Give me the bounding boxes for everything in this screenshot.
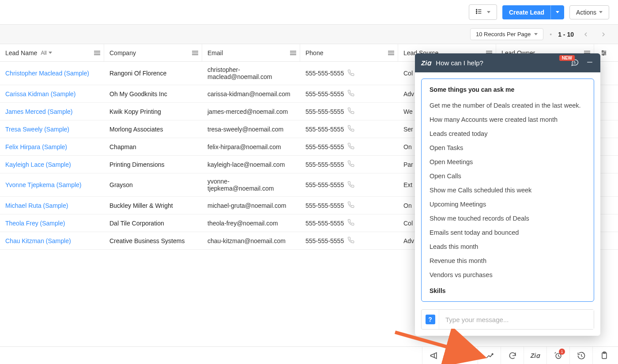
- phone-icon[interactable]: [347, 201, 354, 210]
- zia-suggestion-item[interactable]: Show me touched records of Deals: [430, 211, 586, 225]
- zia-suggestion-item[interactable]: Show me Calls scheduled this week: [430, 183, 586, 197]
- phone-icon[interactable]: [347, 69, 354, 78]
- th-phone[interactable]: Phone: [300, 44, 398, 61]
- lead-name-link[interactable]: James Merced (Sample): [5, 108, 73, 115]
- phone-icon[interactable]: [347, 181, 354, 189]
- hamburger-icon: [94, 51, 100, 55]
- cell-email: michael-gruta@noemail.com: [202, 197, 300, 214]
- email-link[interactable]: chau-kitzman@noemail.com: [207, 237, 286, 244]
- zia-suggestion-item[interactable]: Leads created today: [430, 127, 586, 141]
- phone-text: 555-555-5555: [305, 202, 344, 209]
- th-lead-name-menu[interactable]: [94, 49, 100, 56]
- cell-email: tresa-sweely@noemail.com: [202, 120, 300, 138]
- lead-name-link[interactable]: Kayleigh Lace (Sample): [5, 161, 71, 168]
- lead-name-link[interactable]: Tresa Sweely (Sample): [5, 126, 69, 133]
- svg-point-11: [603, 54, 604, 55]
- zia-message-input[interactable]: [439, 310, 594, 329]
- create-lead-more-button[interactable]: [551, 5, 564, 19]
- clipboard-icon: [600, 351, 609, 360]
- announcements-button[interactable]: [422, 347, 445, 364]
- phone-icon[interactable]: [347, 107, 354, 116]
- lead-name-link[interactable]: Michael Ruta (Sample): [5, 202, 68, 209]
- cell-phone: 555-555-5555: [300, 156, 398, 173]
- cell-phone: 555-555-5555: [300, 138, 398, 155]
- lead-name-link[interactable]: Felix Hirpara (Sample): [5, 143, 67, 150]
- cell-lead-name: Felix Hirpara (Sample): [0, 138, 104, 155]
- sliders-icon: [600, 49, 607, 56]
- email-link[interactable]: james-merced@noemail.com: [207, 108, 288, 115]
- zia-shortcut-button[interactable]: Ziɑ: [524, 347, 546, 364]
- phone-icon[interactable]: [347, 125, 354, 133]
- phone-icon[interactable]: [347, 90, 354, 98]
- zia-suggestion-item[interactable]: Emails sent today and bounced: [430, 225, 586, 240]
- zia-suggestion-item[interactable]: How many Accounts were created last mont…: [430, 113, 586, 127]
- th-company-menu[interactable]: [192, 49, 198, 56]
- records-per-page-select[interactable]: 10 Records Per Page: [470, 28, 543, 40]
- email-link[interactable]: michael-gruta@noemail.com: [207, 202, 286, 209]
- email-link[interactable]: tresa-sweely@noemail.com: [207, 126, 283, 133]
- page-range-label: 1 - 10: [558, 31, 574, 38]
- svg-point-10: [604, 52, 606, 53]
- history-button[interactable]: [569, 347, 592, 364]
- lead-name-link[interactable]: Carissa Kidman (Sample): [5, 90, 76, 98]
- actions-button[interactable]: Actions: [569, 5, 609, 19]
- lead-name-link[interactable]: Yvonne Tjepkema (Sample): [5, 181, 82, 188]
- svg-point-9: [602, 50, 603, 52]
- chevron-down-icon: [556, 11, 559, 13]
- chevron-down-icon: [599, 11, 603, 13]
- zia-logo-icon: Ziɑ: [531, 352, 540, 359]
- zia-minimize-button[interactable]: [585, 58, 594, 68]
- clipboard-button[interactable]: [592, 347, 615, 364]
- zia-suggestion-item[interactable]: Leads this month: [430, 240, 586, 254]
- zia-suggestion-item[interactable]: Get me the number of Deals created in th…: [430, 98, 586, 113]
- email-link[interactable]: kayleigh-lace@noemail.com: [207, 161, 285, 168]
- cell-email: carissa-kidman@noemail.com: [202, 85, 300, 102]
- email-link[interactable]: theola-frey@noemail.com: [207, 220, 278, 227]
- cell-phone: 555-555-5555: [300, 62, 398, 85]
- create-lead-split-button: Create Lead: [502, 5, 564, 19]
- th-lead-name[interactable]: Lead Name All: [0, 44, 104, 61]
- next-page-button[interactable]: [598, 29, 609, 40]
- th-company[interactable]: Company: [104, 44, 202, 61]
- email-link[interactable]: carissa-kidman@noemail.com: [207, 90, 290, 98]
- hamburger-icon: [290, 51, 296, 55]
- th-email-menu[interactable]: [290, 49, 296, 56]
- analytics-button[interactable]: [478, 347, 501, 364]
- lead-name-link[interactable]: Theola Frey (Sample): [5, 220, 65, 227]
- phone-icon[interactable]: [347, 160, 354, 169]
- lead-name-link[interactable]: Christopher Maclead (Sample): [5, 70, 89, 77]
- reminders-button[interactable]: 1: [546, 347, 569, 364]
- phone-text: 555-555-5555: [305, 237, 344, 244]
- zia-suggestion-item[interactable]: Vendors vs purchases: [430, 268, 586, 282]
- zia-suggestion-item[interactable]: Open Meetings: [430, 155, 586, 169]
- cell-email: kayleigh-lace@noemail.com: [202, 156, 300, 173]
- ask-zia-button[interactable]: Ask Zia: [445, 347, 478, 364]
- phone-icon[interactable]: [347, 236, 354, 245]
- sync-button[interactable]: [501, 347, 524, 364]
- email-link[interactable]: yvonne-tjepkema@noemail.com: [207, 178, 295, 192]
- zia-help-button[interactable]: ?: [422, 310, 439, 329]
- svg-point-14: [492, 353, 493, 355]
- th-phone-menu[interactable]: [388, 49, 394, 56]
- cell-phone: 555-555-5555: [300, 120, 398, 138]
- zia-suggestion-item[interactable]: Upcoming Meetings: [430, 197, 586, 211]
- notification-badge: 1: [559, 349, 565, 355]
- phone-icon[interactable]: [347, 143, 354, 151]
- zia-header-title: How can I help?: [436, 59, 483, 67]
- cell-company: Chapman: [104, 138, 202, 155]
- megaphone-icon: [430, 351, 438, 360]
- th-email[interactable]: Email: [202, 44, 300, 61]
- create-lead-button[interactable]: Create Lead: [502, 5, 551, 19]
- zia-suggestion-item[interactable]: Revenue this month: [430, 254, 586, 268]
- phone-icon[interactable]: [347, 219, 354, 227]
- cell-company: Dal Tile Corporation: [104, 214, 202, 232]
- prev-page-button[interactable]: [580, 29, 592, 40]
- view-switch-button[interactable]: [469, 4, 497, 20]
- zia-suggestion-item[interactable]: Open Calls: [430, 169, 586, 183]
- email-link[interactable]: christopher-maclead@noemail.com: [207, 66, 295, 80]
- th-lead-name-filter[interactable]: All: [41, 50, 52, 56]
- zia-suggestion-item[interactable]: Open Tasks: [430, 141, 586, 155]
- email-link[interactable]: felix-hirpara@noemail.com: [207, 143, 281, 150]
- phone-text: 555-555-5555: [305, 220, 344, 227]
- lead-name-link[interactable]: Chau Kitzman (Sample): [5, 237, 71, 244]
